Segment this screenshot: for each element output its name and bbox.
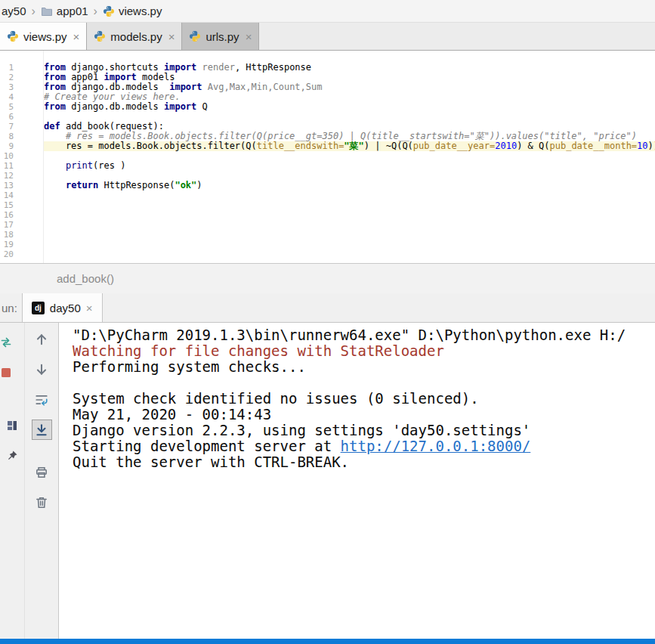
fold-strip xyxy=(14,51,44,263)
line-number: 20 xyxy=(0,249,14,259)
folder-icon xyxy=(41,5,53,17)
run-tab-label: day50 xyxy=(50,302,81,314)
line-number: 11 xyxy=(0,161,14,171)
line-number: 18 xyxy=(0,230,14,240)
python-icon xyxy=(189,30,201,42)
grid-windows-button[interactable] xyxy=(2,415,23,435)
gutter[interactable]: 1234567891011121314151617181920 xyxy=(0,51,14,263)
line-number: 6 xyxy=(0,112,14,122)
code-line xyxy=(44,210,655,220)
tab-label: urls.py xyxy=(205,30,239,43)
grid-windows-icon xyxy=(6,420,18,432)
line-number: 14 xyxy=(0,190,14,200)
code-line xyxy=(44,240,655,249)
console-text: Watching for file changes with StatReloa… xyxy=(73,342,444,359)
console-text: System check identified no issues (0 sil… xyxy=(73,390,479,407)
rerun-button[interactable] xyxy=(0,332,17,352)
trash-button[interactable] xyxy=(32,492,52,512)
line-number: 3 xyxy=(0,82,14,92)
console-line: Performing system checks... xyxy=(73,359,655,375)
python-icon xyxy=(94,30,106,42)
console-toolbar xyxy=(25,323,59,639)
tab-label: views.py xyxy=(23,30,67,43)
context-bar: add_book() xyxy=(0,263,655,293)
soft-wrap-icon xyxy=(35,393,48,407)
stop-icon xyxy=(0,367,12,379)
code-line xyxy=(44,220,655,230)
editor-tab-views-py[interactable]: views.py× xyxy=(0,23,87,50)
run-tab-day50[interactable]: dj day50 × xyxy=(22,293,103,322)
editor-tab-bar: views.py×models.py×urls.py× xyxy=(0,23,655,51)
breadcrumb-separator-icon: › xyxy=(32,5,36,18)
console-text: Quit the server with CTRL-BREAK. xyxy=(73,454,349,470)
scroll-end-icon xyxy=(35,423,48,437)
up-arrow-icon xyxy=(35,333,48,346)
breadcrumb-item[interactable]: ay50 xyxy=(2,5,26,17)
line-number: 15 xyxy=(0,200,14,210)
console-text: Performing system checks... xyxy=(73,358,306,375)
scroll-end-button[interactable] xyxy=(32,420,52,440)
console-link[interactable]: http://127.0.0.1:8000/ xyxy=(341,438,531,454)
breadcrumb-item[interactable]: app01 xyxy=(41,5,88,17)
close-icon[interactable]: × xyxy=(246,30,252,43)
console-line: May 21, 2020 - 00:14:43 xyxy=(73,407,655,423)
code-line xyxy=(44,200,655,210)
code-line xyxy=(44,151,655,161)
console-area: "D:\PyCharm 2019.1.3\bin\runnerw64.exe" … xyxy=(0,323,655,639)
trash-icon xyxy=(35,496,48,509)
console-text: May 21, 2020 - 00:14:43 xyxy=(73,406,271,423)
console-text: Starting development server at xyxy=(73,438,341,454)
code-area[interactable]: from django.shortcuts import render, Htt… xyxy=(44,51,655,263)
code-line xyxy=(44,230,655,240)
down-arrow-button[interactable] xyxy=(32,359,52,379)
printer-icon xyxy=(35,466,48,479)
editor[interactable]: 1234567891011121314151617181920 from dja… xyxy=(0,51,655,263)
breadcrumb-separator-icon: › xyxy=(94,5,97,18)
line-number: 13 xyxy=(0,181,14,190)
up-arrow-button[interactable] xyxy=(32,329,52,349)
console-line xyxy=(73,375,655,391)
tool-stripe xyxy=(0,323,25,639)
run-tab-row: un: dj day50 × xyxy=(0,293,655,323)
line-number: 1 xyxy=(0,63,14,73)
code-line: res = models.Book.objects.filter(Q(title… xyxy=(44,141,655,151)
run-panel-title: un: xyxy=(2,302,17,314)
breadcrumb-item[interactable]: views.py xyxy=(103,5,162,17)
printer-button[interactable] xyxy=(32,462,52,482)
console-line: Watching for file changes with StatReloa… xyxy=(73,343,655,359)
rerun-icon xyxy=(0,336,12,348)
code-line xyxy=(44,190,655,200)
console-line: System check identified no issues (0 sil… xyxy=(73,391,655,407)
down-arrow-icon xyxy=(35,363,48,376)
breadcrumb-label: ay50 xyxy=(2,5,26,17)
context-function-label: add_book() xyxy=(57,272,114,285)
stop-button[interactable] xyxy=(0,362,17,382)
line-number: 12 xyxy=(0,171,14,181)
python-icon xyxy=(103,5,115,17)
console-text: Django version 2.2.3, using settings 'da… xyxy=(73,422,530,438)
code-line xyxy=(44,249,655,259)
pin-button[interactable] xyxy=(2,445,23,466)
code-line: return HttpResponse("ok") xyxy=(44,181,655,190)
close-icon[interactable]: × xyxy=(168,30,175,43)
close-icon[interactable]: × xyxy=(86,302,93,314)
close-icon[interactable]: × xyxy=(73,30,80,43)
line-number: 9 xyxy=(0,141,14,151)
code-line: print(res ) xyxy=(44,161,655,171)
console-output[interactable]: "D:\PyCharm 2019.1.3\bin\runnerw64.exe" … xyxy=(59,323,655,639)
taskbar-edge xyxy=(0,639,655,644)
line-number: 4 xyxy=(0,92,14,102)
line-number: 10 xyxy=(0,151,14,161)
breadcrumb-label: app01 xyxy=(57,5,88,17)
editor-tab-urls-py[interactable]: urls.py× xyxy=(182,23,259,50)
breadcrumb-label: views.py xyxy=(119,5,162,17)
console-text: "D:\PyCharm 2019.1.3\bin\runnerw64.exe" … xyxy=(73,327,626,343)
soft-wrap-button[interactable] xyxy=(32,389,52,410)
django-icon: dj xyxy=(32,302,45,314)
editor-tab-models-py[interactable]: models.py× xyxy=(87,23,182,50)
console-line: "D:\PyCharm 2019.1.3\bin\runnerw64.exe" … xyxy=(73,327,655,343)
python-icon xyxy=(7,30,19,42)
pycharm-window: ay50›app01›views.py views.py×models.py×u… xyxy=(0,0,655,644)
line-number: 2 xyxy=(0,73,14,82)
line-number: 5 xyxy=(0,102,14,112)
